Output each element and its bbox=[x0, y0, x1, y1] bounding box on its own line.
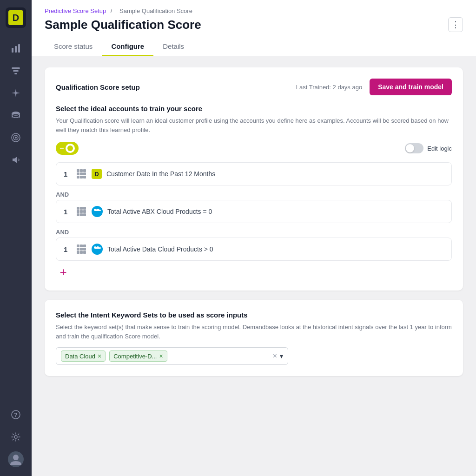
sidebar: D bbox=[0, 0, 32, 476]
sparkle-icon[interactable] bbox=[7, 84, 25, 102]
logo-letter: D bbox=[8, 10, 23, 25]
tab-configure[interactable]: Configure bbox=[102, 38, 153, 56]
database-icon[interactable] bbox=[7, 106, 25, 125]
condition-row-3: 1 Total Active Data Cloud Products bbox=[56, 238, 452, 261]
svg-point-14 bbox=[13, 455, 19, 460]
logo[interactable]: D bbox=[6, 7, 26, 28]
include-exclude-toggle[interactable]: − bbox=[56, 142, 79, 155]
condition-row-2: 1 Total Active ABX bbox=[56, 200, 452, 223]
tab-score-status[interactable]: Score status bbox=[45, 38, 102, 56]
tag-competitive-d-remove[interactable]: × bbox=[159, 352, 163, 360]
save-train-button[interactable]: Save and train model bbox=[370, 79, 452, 95]
intent-section-title: Select the Intent Keyword Sets to be use… bbox=[56, 311, 452, 319]
qs-header-right: Last Trained: 2 days ago Save and train … bbox=[296, 79, 452, 95]
toggle-knob bbox=[406, 144, 414, 152]
grid-icon-3 bbox=[76, 244, 87, 255]
svg-rect-3 bbox=[12, 67, 20, 69]
grid-icon-1 bbox=[76, 168, 87, 179]
help-icon[interactable]: ? bbox=[7, 405, 25, 424]
breadcrumb: Predictive Score Setup / Sample Qualific… bbox=[45, 7, 463, 14]
settings-icon[interactable] bbox=[7, 428, 25, 446]
tab-bar: Score status Configure Details bbox=[45, 38, 463, 56]
toggle-inner bbox=[67, 145, 73, 151]
condition-num-1: 1 bbox=[64, 170, 71, 178]
tag-competitive-d[interactable]: Competitive-D... × bbox=[109, 350, 167, 362]
tag-competitive-d-label: Competitive-D... bbox=[113, 353, 157, 360]
svg-rect-5 bbox=[14, 73, 17, 74]
edit-logic-toggle[interactable] bbox=[405, 143, 423, 153]
condition-text-2: Total Active ABX Cloud Products = 0 bbox=[107, 208, 444, 215]
page-title: Sample Qualification Score bbox=[45, 18, 201, 32]
keyword-tag-input[interactable]: Data Cloud × Competitive-D... × × ▾ bbox=[56, 347, 288, 365]
tag-data-cloud[interactable]: Data Cloud × bbox=[61, 350, 106, 362]
svg-rect-2 bbox=[18, 44, 20, 53]
accounts-section-title: Select the ideal accounts to train your … bbox=[56, 105, 452, 112]
accounts-section: Select the ideal accounts to train your … bbox=[56, 105, 452, 279]
toggle-circle bbox=[66, 144, 75, 153]
svg-rect-4 bbox=[13, 70, 19, 72]
tab-details[interactable]: Details bbox=[153, 38, 193, 56]
intent-section-desc: Select the keyword set(s) that make sens… bbox=[56, 323, 452, 341]
qualification-score-card: Qualification Score setup Last Trained: … bbox=[45, 67, 463, 291]
tag-input-controls: × ▾ bbox=[273, 352, 283, 360]
salesforce-logo-2 bbox=[92, 206, 103, 217]
salesforce-logo-3 bbox=[92, 244, 103, 255]
breadcrumb-separator: / bbox=[111, 7, 112, 14]
condition-row-1: 1 D Customer Date In the Past 12 Months bbox=[56, 162, 452, 185]
minus-icon: − bbox=[60, 144, 64, 152]
megaphone-icon[interactable] bbox=[7, 151, 25, 169]
main-content: Predictive Score Setup / Sample Qualific… bbox=[32, 0, 476, 476]
page-title-row: Sample Qualification Score ⋮ bbox=[45, 17, 463, 32]
condition-text-3: Total Active Data Cloud Products > 0 bbox=[107, 245, 444, 253]
svg-point-9 bbox=[15, 137, 17, 139]
qs-header: Qualification Score setup Last Trained: … bbox=[56, 79, 452, 95]
tag-data-cloud-remove[interactable]: × bbox=[98, 352, 101, 360]
svg-rect-0 bbox=[12, 48, 13, 53]
edit-logic-label: Edit logic bbox=[427, 145, 452, 152]
condition-text-1: Customer Date In the Past 12 Months bbox=[106, 170, 444, 178]
add-condition-button[interactable]: + bbox=[56, 264, 71, 279]
filter-icon[interactable] bbox=[7, 61, 25, 80]
tag-data-cloud-label: Data Cloud bbox=[65, 353, 95, 360]
header: Predictive Score Setup / Sample Qualific… bbox=[32, 0, 476, 56]
breadcrumb-current: Sample Qualification Score bbox=[119, 7, 192, 14]
svg-text:?: ? bbox=[14, 411, 18, 418]
and-label-2: AND bbox=[56, 227, 452, 238]
condition-num-2: 1 bbox=[64, 208, 71, 216]
svg-rect-1 bbox=[15, 46, 17, 53]
last-trained-label: Last Trained: 2 days ago bbox=[296, 84, 362, 91]
svg-point-6 bbox=[12, 112, 20, 114]
dropdown-arrow-icon[interactable]: ▾ bbox=[280, 352, 283, 360]
target-icon[interactable] bbox=[7, 128, 25, 147]
more-options-button[interactable]: ⋮ bbox=[448, 17, 463, 32]
accounts-section-desc: Your Qualification score will learn an i… bbox=[56, 116, 452, 134]
edit-logic-row: Edit logic bbox=[405, 143, 452, 153]
demandbase-logo-1: D bbox=[92, 169, 102, 179]
breadcrumb-parent[interactable]: Predictive Score Setup bbox=[45, 7, 106, 14]
and-label-1: AND bbox=[56, 189, 452, 200]
content-area: Qualification Score setup Last Trained: … bbox=[32, 56, 476, 476]
intent-keyword-card: Select the Intent Keyword Sets to be use… bbox=[45, 300, 463, 376]
grid-icon-2 bbox=[76, 206, 87, 217]
clear-tags-button[interactable]: × bbox=[273, 352, 277, 360]
toggle-row: − Edit logic bbox=[56, 142, 452, 155]
svg-point-12 bbox=[14, 436, 17, 438]
avatar-icon[interactable] bbox=[7, 450, 25, 469]
condition-num-3: 1 bbox=[64, 245, 71, 253]
bar-chart-icon[interactable] bbox=[7, 39, 25, 58]
qs-title: Qualification Score setup bbox=[56, 83, 140, 91]
